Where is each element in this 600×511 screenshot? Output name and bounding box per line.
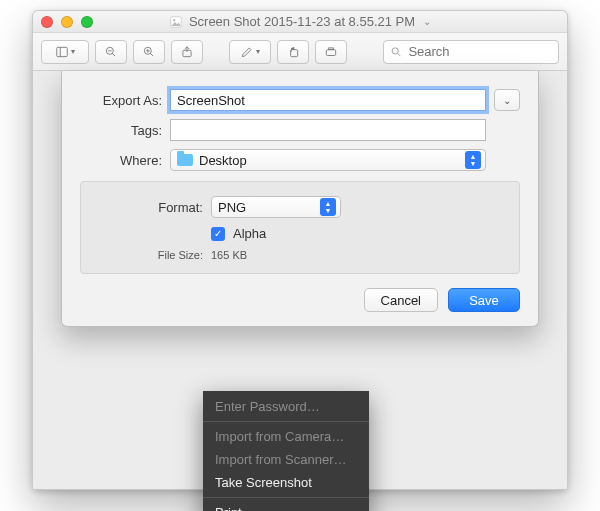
- cancel-button[interactable]: Cancel: [364, 288, 438, 312]
- tags-input[interactable]: [170, 119, 486, 141]
- image-file-icon: [169, 15, 183, 29]
- filesize-value: 165 KB: [211, 249, 247, 261]
- menu-item-print[interactable]: Print…: [203, 501, 369, 511]
- save-button[interactable]: Save: [448, 288, 520, 312]
- window-title: Screen Shot 2015-11-23 at 8.55.21 PM: [189, 14, 415, 29]
- svg-rect-2: [57, 47, 68, 56]
- svg-line-5: [112, 53, 115, 56]
- where-label: Where:: [80, 153, 162, 168]
- svg-rect-12: [291, 49, 298, 56]
- updown-arrows-icon: ▲▼: [320, 198, 336, 216]
- tags-label: Tags:: [80, 123, 162, 138]
- menu-item-import-camera[interactable]: Import from Camera…: [203, 425, 369, 448]
- expand-save-panel-button[interactable]: ⌄: [494, 89, 520, 111]
- filesize-label: File Size:: [99, 249, 203, 261]
- rotate-button[interactable]: [277, 40, 309, 64]
- export-as-input[interactable]: [170, 89, 486, 111]
- svg-point-1: [173, 19, 175, 21]
- window-frame: Screen Shot 2015-11-23 at 8.55.21 PM ⌄ ▾…: [32, 10, 568, 490]
- svg-line-8: [150, 53, 153, 56]
- export-as-label: Export As:: [80, 93, 162, 108]
- annotate-button[interactable]: ▾: [229, 40, 271, 64]
- format-popup[interactable]: PNG ▲▼: [211, 196, 341, 218]
- menu-item-enter-password[interactable]: Enter Password…: [203, 395, 369, 418]
- menu-item-import-scanner[interactable]: Import from Scanner…: [203, 448, 369, 471]
- format-value: PNG: [218, 200, 246, 215]
- search-icon: [390, 45, 402, 59]
- updown-arrows-icon: ▲▼: [465, 151, 481, 169]
- share-button[interactable]: [171, 40, 203, 64]
- search-input[interactable]: [408, 44, 552, 59]
- svg-rect-0: [171, 16, 182, 27]
- chevron-down-icon: ⌄: [503, 95, 511, 106]
- export-sheet: Export As: ⌄ Tags: Where: Desktop ▲▼: [61, 71, 539, 327]
- alpha-label: Alpha: [233, 226, 266, 241]
- search-field[interactable]: [383, 40, 559, 64]
- sidebar-toggle-button[interactable]: ▾: [41, 40, 89, 64]
- minimize-window-button[interactable]: [61, 16, 73, 28]
- where-popup[interactable]: Desktop ▲▼: [170, 149, 486, 171]
- alpha-checkbox[interactable]: ✓: [211, 227, 225, 241]
- zoom-window-button[interactable]: [81, 16, 93, 28]
- markup-toolbar-button[interactable]: [315, 40, 347, 64]
- window-controls: [41, 16, 93, 28]
- svg-line-16: [398, 53, 401, 56]
- titlebar: Screen Shot 2015-11-23 at 8.55.21 PM ⌄: [33, 11, 567, 33]
- folder-icon: [177, 154, 193, 166]
- format-panel: Format: PNG ▲▼ ✓ Alpha File Size: 165 KB: [80, 181, 520, 274]
- content-area: Enter Password… Import from Camera… Impo…: [33, 71, 567, 489]
- context-menu: Enter Password… Import from Camera… Impo…: [203, 391, 369, 511]
- close-window-button[interactable]: [41, 16, 53, 28]
- menu-item-take-screenshot[interactable]: Take Screenshot: [203, 471, 369, 494]
- svg-rect-13: [326, 49, 335, 55]
- format-label: Format:: [99, 200, 203, 215]
- checkmark-icon: ✓: [214, 228, 222, 239]
- svg-rect-14: [329, 47, 334, 49]
- title-dropdown-chevron-icon[interactable]: ⌄: [423, 16, 431, 27]
- zoom-in-button[interactable]: [133, 40, 165, 64]
- zoom-out-button[interactable]: [95, 40, 127, 64]
- where-value: Desktop: [199, 153, 247, 168]
- toolbar: ▾ ▾: [33, 33, 567, 71]
- svg-point-15: [392, 47, 398, 53]
